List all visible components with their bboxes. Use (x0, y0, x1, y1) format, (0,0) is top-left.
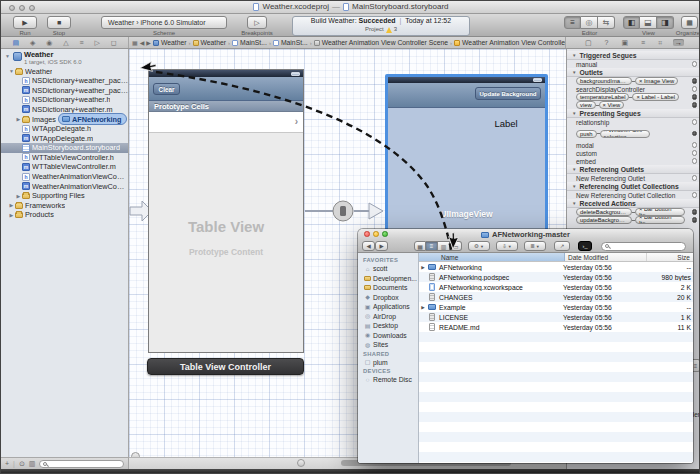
inspector-section-header[interactable]: ▼Outlets (567, 68, 700, 77)
related-items-icon[interactable]: ▦ (132, 39, 138, 46)
issue-navigator-icon[interactable]: △ (63, 39, 68, 46)
inspector-section-header[interactable]: ▼Received Actions (567, 199, 700, 208)
finder-window[interactable]: AFNetworking-master ◀ ▶ ▦ ≡ ▥ ▭ ⚙▼ ⇩▼ ≣▼… (358, 229, 693, 463)
disclosure-triangle[interactable]: ▼ (572, 184, 576, 189)
identity-inspector-icon[interactable]: ▣ (619, 39, 630, 46)
connection-source-capsule[interactable]: push (576, 130, 597, 138)
inspector-row[interactable]: relationship (567, 118, 700, 126)
connection-source-capsule[interactable]: view (576, 101, 596, 109)
zoom-control-button[interactable] (297, 459, 305, 467)
add-button[interactable]: + (5, 460, 9, 467)
finder-sidebar-item[interactable]: ◌Remote Disc (358, 375, 418, 385)
navigator-row[interactable]: mWeatherAnimationViewController.m (1, 181, 128, 191)
inspector-row[interactable]: New Referencing Outlet (567, 174, 700, 182)
finder-sidebar-item[interactable]: ◉Downloads (358, 331, 418, 341)
jumpbar-item-doc[interactable]: MainSt... (232, 39, 267, 46)
connection-well-filled[interactable] (692, 209, 698, 215)
disclosure-triangle[interactable]: ▶ (15, 193, 22, 199)
inspector-row[interactable]: view× View (567, 101, 700, 109)
quick-help-inspector-icon[interactable]: ? (603, 39, 611, 46)
jumpbar-item-doc[interactable]: MainSt... (273, 39, 308, 46)
finder-sidebar-item[interactable]: ◍Sites (358, 340, 418, 350)
recent-filter-icon[interactable]: ⊙ (19, 460, 25, 468)
finder-file-row[interactable]: ▶AFNetworkingYesterday 05:56-- (419, 262, 693, 272)
project-root-row[interactable]: ▼ Weather 1 target, iOS SDK 6.0 (1, 49, 128, 66)
breakpoints-button[interactable]: ▷ (247, 16, 267, 29)
log-navigator-icon[interactable]: ◻ (111, 39, 117, 46)
navigator-row[interactable]: hWTTableViewController.h (1, 153, 128, 163)
connection-source-capsule[interactable]: temperatureLabel (576, 93, 629, 101)
connection-well-empty[interactable] (692, 192, 698, 198)
navigator-row[interactable]: hNSDictionary+weather_package.h (1, 76, 128, 86)
scheme-selector[interactable]: Weather › iPhone 6.0 Simulator (101, 16, 227, 29)
action-menu-button[interactable]: ⚙▼ (468, 241, 490, 251)
connection-target-capsule[interactable]: × Label - Label (632, 93, 679, 101)
connection-target-capsule[interactable]: × Weather Cell - selection (600, 130, 650, 138)
finder-sidebar-item[interactable]: ▣Applications (358, 302, 418, 312)
finder-sidebar-item[interactable]: Developmen... (358, 274, 418, 284)
share-button[interactable]: ↗ (554, 241, 570, 251)
back-button[interactable]: ◀ (362, 241, 375, 251)
inspector-section-header[interactable]: ▼Triggered Segues (567, 51, 700, 60)
coverflow-view-button[interactable]: ▭ (450, 241, 462, 251)
disclosure-triangle[interactable]: ▼ (572, 53, 576, 58)
breakpoint-navigator-icon[interactable]: ▷ (94, 39, 99, 46)
column-header-name[interactable]: Name (419, 253, 565, 261)
navigator-row[interactable]: mNSDictionary+weather_package.m (1, 85, 128, 95)
connection-well-filled[interactable] (692, 78, 698, 84)
navigator-row[interactable]: ▼Weather (1, 66, 128, 76)
connection-well-filled[interactable] (692, 217, 698, 223)
finder-file-row[interactable]: README.mdYesterday 05:5611 K (419, 322, 693, 332)
inspector-row[interactable]: deleteBackgroundIm...× Bar Button Ite... (567, 208, 700, 216)
inspector-section-header[interactable]: ▼Presenting Segues (567, 109, 700, 118)
finder-titlebar[interactable]: AFNetworking-master (358, 229, 693, 239)
prototype-cell[interactable]: › (149, 112, 303, 133)
disclosure-triangle[interactable]: ▼ (572, 167, 576, 172)
navigation-bar[interactable]: Update Background (388, 83, 545, 108)
finder-sidebar-item[interactable]: ▤Desktop (358, 321, 418, 331)
navigator-filter-field[interactable] (39, 460, 124, 468)
inspector-row[interactable]: updateBackgroundIt...× Bar Button Ite... (567, 216, 700, 224)
forward-button[interactable]: ▶ (375, 241, 388, 251)
inspector-row[interactable]: manual (567, 60, 700, 68)
download-menu-button[interactable]: ⇩▼ (496, 241, 518, 251)
inspector-row[interactable]: New Referencing Outlet Collection (567, 191, 700, 199)
navigator-row[interactable]: ▶Products (1, 210, 128, 220)
search-navigator-icon[interactable]: ◉ (46, 39, 52, 46)
connection-well-empty[interactable] (692, 175, 698, 181)
navigator-row[interactable]: MainStoryboard.storyboard (1, 143, 128, 153)
arrange-menu-button[interactable]: ≣▼ (524, 241, 546, 251)
organizer-button[interactable]: ▦ (681, 16, 698, 29)
inspector-row[interactable]: custom (567, 149, 700, 157)
connection-well-empty[interactable] (692, 119, 698, 125)
navigator-row[interactable]: hWTAppDelegate.h (1, 124, 128, 134)
connections-inspector-icon[interactable]: → (673, 39, 684, 46)
terminal-icon[interactable]: ›_ (578, 241, 592, 251)
jump-bar[interactable]: ▦◀▶Weather›Weather›MainSt...›MainSt...›W… (129, 37, 566, 48)
clear-button[interactable]: Clear (153, 83, 180, 95)
jumpbar-item-project[interactable]: Weather (153, 39, 187, 46)
connection-well-empty[interactable] (692, 86, 698, 92)
temperature-label[interactable]: Label (482, 118, 530, 129)
finder-sidebar-item[interactable]: ▢plum (358, 358, 418, 368)
disclosure-triangle[interactable]: ▼ (572, 70, 576, 75)
connection-target-capsule[interactable]: × Bar Button Ite... (635, 208, 685, 216)
inspector-section-header[interactable]: ▼Referencing Outlet Collections (567, 182, 700, 191)
connection-well-filled[interactable] (692, 94, 698, 100)
finder-file-list[interactable]: Name Date Modified Size ▶AFNetworkingYes… (419, 253, 693, 463)
inspector-section-header[interactable]: ▼Referencing Outlets (567, 165, 700, 174)
disclosure-triangle[interactable]: ▼ (4, 53, 11, 65)
debug-navigator-icon[interactable]: ≡ (79, 39, 83, 46)
disclosure-triangle[interactable]: ▼ (572, 201, 576, 206)
jumpbar-item-scene[interactable]: Weather Animation View Controller Scene (314, 39, 448, 46)
connection-well-filled[interactable] (692, 102, 698, 108)
icon-view-button[interactable]: ▦ (414, 241, 426, 251)
navigator-row[interactable]: ▶Supporting Files (1, 191, 128, 201)
forward-icon[interactable]: ▶ (146, 39, 151, 46)
project-issues-line[interactable]: Project 3 (365, 26, 397, 34)
disclosure-triangle[interactable]: ▶ (8, 212, 15, 218)
connection-well-empty[interactable] (692, 61, 698, 67)
inspector-row[interactable]: modal (567, 141, 700, 149)
jumpbar-item-folder[interactable]: Weather (193, 39, 227, 46)
navigator-panel-button[interactable]: ◧ (623, 16, 640, 29)
